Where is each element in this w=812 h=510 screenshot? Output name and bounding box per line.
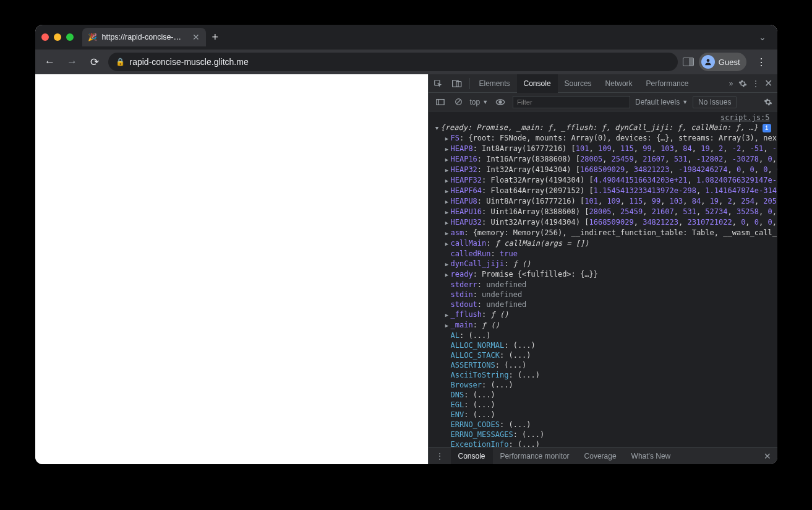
tab-overflow-icon[interactable]: ⌄ <box>754 32 771 42</box>
profile-button[interactable]: Guest <box>699 53 746 71</box>
drawer-menu-icon[interactable]: ⋮ <box>429 447 451 465</box>
console-output[interactable]: script.js:5 {ready: Promise, _main: ƒ, _… <box>429 111 777 447</box>
console-property-row[interactable]: ASSERTIONS: (...) <box>431 360 775 370</box>
console-property-row[interactable]: HEAP16: Int16Array(8388608) [28005, 2545… <box>431 154 775 165</box>
console-property-row[interactable]: ready: Promise {<fulfilled>: {…}} <box>431 269 775 280</box>
content-area: ElementsConsoleSourcesNetworkPerformance… <box>35 74 777 464</box>
console-toolbar: top ▼ Default levels ▼ No Issues <box>429 93 777 111</box>
console-property-row[interactable]: ENV: (...) <box>431 410 775 420</box>
console-property-row[interactable]: stderr: undefined <box>431 280 775 290</box>
address-bar[interactable]: 🔒 rapid-concise-muscle.glitch.me <box>108 53 678 71</box>
console-property-row[interactable]: ExceptionInfo: (...) <box>431 439 775 447</box>
filter-input[interactable] <box>513 96 630 108</box>
expand-toggle[interactable] <box>443 309 451 320</box>
svg-point-9 <box>499 101 502 103</box>
console-property-row[interactable]: _main: ƒ () <box>431 320 775 331</box>
console-settings-icon[interactable] <box>764 98 772 106</box>
minimize-window[interactable] <box>54 33 61 41</box>
drawer-close-icon[interactable]: ✕ <box>758 451 777 461</box>
expand-toggle[interactable] <box>443 228 451 238</box>
new-tab-button[interactable]: + <box>206 31 225 44</box>
zoom-window[interactable] <box>66 33 74 41</box>
url-text: rapid-concise-muscle.glitch.me <box>130 57 249 67</box>
page-viewport[interactable] <box>35 74 428 464</box>
expand-toggle[interactable] <box>443 238 451 249</box>
console-property-row[interactable]: dynCall_jiji: ƒ () <box>431 259 775 269</box>
console-property-row[interactable]: FS: {root: FSNode, mounts: Array(0), dev… <box>431 133 775 144</box>
console-property-row[interactable]: HEAPU16: Uint16Array(8388608) [28005, 25… <box>431 207 775 217</box>
devtools-tab-console[interactable]: Console <box>517 74 558 93</box>
console-property-row[interactable]: HEAP8: Int8Array(16777216) [101, 109, 11… <box>431 144 775 154</box>
inspect-element-icon[interactable] <box>429 79 447 88</box>
expand-toggle[interactable] <box>443 175 451 186</box>
drawer-tab-console[interactable]: Console <box>451 447 493 465</box>
console-property-row[interactable]: HEAPU32: Uint32Array(4194304) [166850902… <box>431 217 775 228</box>
clear-console-icon[interactable] <box>452 98 465 106</box>
expand-toggle[interactable] <box>443 186 451 196</box>
console-property-row[interactable]: HEAPU8: Uint8Array(16777216) [101, 109, … <box>431 196 775 207</box>
console-property-row[interactable]: _fflush: ƒ () <box>431 309 775 320</box>
console-property-row[interactable]: EGL: (...) <box>431 400 775 410</box>
console-property-row[interactable]: stdout: undefined <box>431 300 775 309</box>
devtools-tab-performance[interactable]: Performance <box>639 74 696 93</box>
console-property-row[interactable]: calledRun: true <box>431 249 775 259</box>
devtools-panel: ElementsConsoleSourcesNetworkPerformance… <box>428 74 777 464</box>
console-property-row[interactable]: ERRNO_CODES: (...) <box>431 420 775 430</box>
expand-toggle[interactable] <box>443 259 451 269</box>
console-property-row[interactable]: HEAP32: Int32Array(4194304) [1668509029,… <box>431 165 775 175</box>
issues-button[interactable]: No Issues <box>693 96 737 108</box>
expand-toggle[interactable] <box>443 144 451 154</box>
console-property-row[interactable]: stdin: undefined <box>431 290 775 300</box>
expand-toggle[interactable] <box>434 123 441 133</box>
expand-toggle[interactable] <box>443 217 451 228</box>
tab-close-icon[interactable]: ✕ <box>192 32 200 42</box>
profile-label: Guest <box>719 58 740 67</box>
expand-toggle[interactable] <box>443 207 451 217</box>
forward-button[interactable]: → <box>64 56 81 68</box>
console-property-row[interactable]: HEAPF64: Float64Array(2097152) [1.154541… <box>431 186 775 196</box>
devtools-close-icon[interactable]: ✕ <box>764 77 772 89</box>
chevron-down-icon: ▼ <box>682 99 688 105</box>
console-property-row[interactable]: DNS: (...) <box>431 390 775 400</box>
log-levels-selector[interactable]: Default levels ▼ <box>635 98 688 106</box>
info-badge[interactable]: i <box>763 124 771 132</box>
menu-button[interactable]: ⋮ <box>751 56 771 68</box>
console-property-row[interactable]: AL: (...) <box>431 331 775 340</box>
devtools-more-tabs[interactable]: » <box>729 79 733 88</box>
console-property-row[interactable]: HEAPF32: Float32Array(4194304) [4.490441… <box>431 175 775 186</box>
drawer-tab-performance-monitor[interactable]: Performance monitor <box>493 447 577 465</box>
console-sidebar-toggle[interactable] <box>434 98 447 106</box>
object-summary-row[interactable]: {ready: Promise, _main: ƒ, _fflush: ƒ, d… <box>431 123 775 133</box>
devtools-tab-sources[interactable]: Sources <box>558 74 599 93</box>
back-button[interactable]: ← <box>41 56 59 68</box>
gear-icon[interactable] <box>738 79 747 88</box>
console-property-row[interactable]: asm: {memory: Memory(256), __indirect_fu… <box>431 228 775 238</box>
context-selector[interactable]: top ▼ <box>470 98 489 106</box>
devtools-tab-network[interactable]: Network <box>599 74 639 93</box>
expand-toggle[interactable] <box>443 154 451 165</box>
expand-toggle[interactable] <box>443 165 451 175</box>
live-expression-icon[interactable] <box>493 98 508 106</box>
console-property-row[interactable]: callMain: ƒ callMain(args = []) <box>431 238 775 249</box>
side-panel-icon[interactable] <box>683 58 694 66</box>
close-window[interactable] <box>41 33 49 41</box>
expand-toggle[interactable] <box>443 196 451 207</box>
lock-icon: 🔒 <box>116 58 125 66</box>
expand-toggle[interactable] <box>443 320 451 331</box>
console-property-row[interactable]: AsciiToString: (...) <box>431 370 775 380</box>
expand-toggle[interactable] <box>443 133 451 144</box>
console-property-row[interactable]: ALLOC_STACK: (...) <box>431 350 775 360</box>
console-property-row[interactable]: ALLOC_NORMAL: (...) <box>431 340 775 350</box>
drawer-tab-coverage[interactable]: Coverage <box>577 447 624 465</box>
tab-strip: 🎉 https://rapid-concise-muscle.g ✕ + ⌄ <box>35 25 777 50</box>
console-property-row[interactable]: Browser: (...) <box>431 380 775 390</box>
drawer-tab-what's-new[interactable]: What's New <box>624 447 678 465</box>
devtools-tab-elements[interactable]: Elements <box>472 74 517 93</box>
devtools-menu-icon[interactable]: ⋮ <box>752 79 759 88</box>
browser-tab[interactable]: 🎉 https://rapid-concise-muscle.g ✕ <box>82 28 206 46</box>
source-link[interactable]: script.js:5 <box>431 113 775 123</box>
console-property-row[interactable]: ERRNO_MESSAGES: (...) <box>431 430 775 439</box>
device-toolbar-icon[interactable] <box>447 79 467 88</box>
reload-button[interactable]: ⟳ <box>86 56 103 69</box>
expand-toggle[interactable] <box>443 269 451 280</box>
